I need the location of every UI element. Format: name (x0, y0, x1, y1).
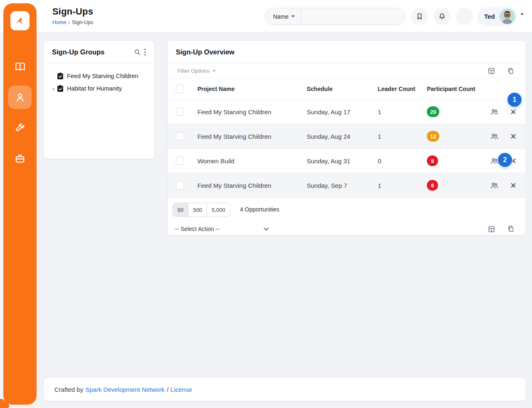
clipboard-check-icon (57, 85, 64, 92)
group-members-button[interactable] (485, 133, 503, 140)
breadcrumb-home-link[interactable]: Home (52, 20, 66, 25)
row-checkbox[interactable] (176, 157, 184, 165)
column-header-participant: Participant Count (427, 86, 485, 92)
page-size-5000[interactable]: 5,000 (207, 203, 230, 216)
row-checkbox[interactable] (176, 132, 184, 140)
copy-button[interactable] (505, 65, 516, 76)
people-icon (490, 182, 499, 189)
rock-logo[interactable] (10, 11, 30, 30)
groups-search-button[interactable] (132, 47, 143, 57)
table-row[interactable]: Feed My Starving Children Sunday, Aug 24… (167, 124, 526, 149)
participant-count-badge: 20 (427, 106, 439, 117)
signup-overview-panel: Sign-Up Overview Filter Options Project … (167, 40, 526, 236)
cell-leader-count: 1 (378, 108, 427, 116)
groups-options-button[interactable] (143, 47, 148, 57)
page-title: Sign-Ups (52, 6, 93, 17)
breadcrumb-separator: › (68, 20, 70, 25)
license-link[interactable]: License (170, 386, 192, 393)
table-grid-icon (488, 67, 495, 75)
profile-chevron-icon[interactable] (520, 13, 524, 15)
page-size-50[interactable]: 50 (173, 203, 188, 216)
row-checkbox[interactable] (176, 181, 184, 189)
tree-item-label: Feed My Starving Children (67, 73, 138, 79)
page-head: Sign-Ups Home › Sign-Ups (52, 6, 93, 25)
breadcrumb: Home › Sign-Ups (52, 20, 93, 25)
breadcrumb-current: Sign-Ups (72, 20, 93, 25)
search-input[interactable] (301, 8, 405, 25)
table-row[interactable]: Feed My Starving Children Sunday, Aug 17… (167, 100, 526, 124)
annotation-marker-1: 1 (507, 93, 522, 107)
signup-overview-header: Sign-Up Overview (167, 41, 526, 64)
spark-development-network-link[interactable]: Spark Development Network (85, 386, 165, 393)
cell-project-name: Feed My Starving Children (197, 133, 307, 140)
search-icon (134, 49, 141, 56)
row-checkbox[interactable] (176, 108, 184, 116)
sidebar-item-work[interactable] (8, 147, 32, 170)
grid-tools (486, 65, 516, 76)
chevron-down-icon (212, 70, 216, 72)
tree-item-feed-my-starving-children[interactable]: Feed My Starving Children (44, 70, 155, 82)
table-row[interactable]: Feed My Starving Children Sunday, Sep 7 … (167, 173, 526, 198)
people-icon (490, 108, 499, 116)
copy-icon (507, 225, 515, 233)
signup-groups-header: Sign-Up Groups (44, 41, 155, 64)
table-row[interactable]: Women Build Sunday, Aug 31 0 8 ✕ (167, 149, 526, 173)
sidebar-item-tools[interactable] (8, 116, 32, 140)
signup-groups-title: Sign-Up Groups (52, 48, 132, 56)
signup-overview-title: Sign-Up Overview (176, 48, 519, 56)
briefcase-icon (15, 153, 25, 164)
person-icon (15, 92, 26, 103)
sidebar-item-people[interactable] (8, 86, 32, 109)
people-icon (490, 133, 499, 140)
profile-menu[interactable]: Ted (477, 7, 517, 26)
clipboard-check-icon (57, 73, 64, 79)
cell-schedule: Sunday, Aug 31 (307, 157, 378, 165)
grid-footer: 50 500 5,000 4 Opportunities -- Select A… (167, 198, 526, 235)
page-size-500[interactable]: 500 (188, 203, 207, 216)
participant-count-badge: 6 (427, 180, 438, 191)
chevron-down-icon (291, 15, 295, 17)
tree-item-habitat-for-humanity[interactable]: › Habitat for Humanity (44, 82, 155, 95)
top-bar: Sign-Ups Home › Sign-Ups Name Ted (0, 0, 532, 32)
select-all-checkbox[interactable] (176, 85, 184, 93)
cell-leader-count: 1 (378, 133, 427, 140)
delete-row-button[interactable]: ✕ (510, 133, 517, 140)
cell-leader-count: 1 (378, 182, 427, 189)
notifications-button[interactable] (433, 8, 451, 25)
grid-columns-button[interactable] (486, 224, 497, 235)
book-icon (15, 61, 26, 72)
signup-groups-tree: Feed My Starving Children › Habitat for … (44, 64, 155, 95)
global-search: Name (265, 8, 405, 25)
group-members-button[interactable] (485, 108, 503, 116)
column-header-project: Project Name (197, 86, 307, 92)
participant-count-badge: 8 (427, 155, 438, 166)
cell-leader-count: 0 (378, 157, 427, 165)
cell-project-name: Feed My Starving Children (197, 182, 307, 189)
bookmarks-button[interactable] (411, 8, 428, 25)
copy-icon (507, 67, 515, 75)
cell-project-name: Women Build (197, 157, 307, 165)
copy-button[interactable] (505, 224, 516, 235)
table-header-row: Project Name Schedule Leader Count Parti… (167, 78, 526, 100)
cell-project-name: Feed My Starving Children (197, 108, 307, 116)
filter-options-toggle[interactable]: Filter Options (177, 68, 216, 74)
delete-row-button[interactable]: ✕ (510, 108, 517, 116)
grid-tools-bottom (486, 224, 516, 235)
opportunities-count: 4 Opportunities (240, 206, 279, 213)
search-scope-label: Name (273, 13, 288, 20)
action-select[interactable]: -- Select Action -- (173, 223, 272, 235)
grid-filter-row: Filter Options (167, 64, 526, 78)
wrench-icon (15, 123, 25, 133)
delete-row-button[interactable]: ✕ (510, 182, 517, 189)
page-footer: Crafted by Spark Development Network / L… (43, 377, 526, 401)
cell-schedule: Sunday, Sep 7 (307, 182, 378, 189)
column-header-schedule: Schedule (307, 86, 378, 92)
chevron-right-icon[interactable]: › (49, 86, 57, 92)
group-members-button[interactable] (485, 182, 503, 189)
footer-separator: / (167, 386, 168, 393)
sidebar-item-library[interactable] (8, 55, 32, 78)
search-scope-dropdown[interactable]: Name (265, 8, 300, 25)
app-sidebar (3, 3, 37, 405)
blank-circle-button[interactable] (456, 8, 473, 25)
grid-columns-button[interactable] (486, 65, 497, 76)
